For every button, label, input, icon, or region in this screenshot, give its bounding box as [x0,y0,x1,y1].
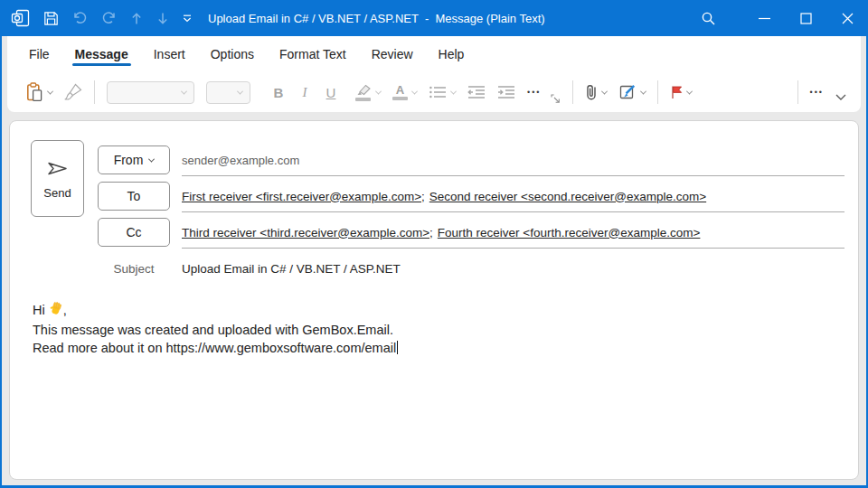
text-highlight-button [354,84,381,101]
move-up-icon [130,12,143,25]
from-value[interactable]: sender@example.com [182,145,844,174]
recipient-link[interactable]: Second receiver <second.receiver@example… [429,190,706,203]
customize-quick-access-icon[interactable] [183,14,192,23]
collapse-ribbon-icon[interactable] [835,89,846,105]
recipient-link[interactable]: Third receiver <third.receiver@example.c… [182,226,429,239]
follow-up-flag-button[interactable] [670,85,692,99]
bold-button: B [271,85,286,100]
tab-file[interactable]: File [20,38,59,70]
decrease-indent-button [467,85,486,99]
signature-button[interactable] [618,83,646,101]
send-plane-icon [45,158,70,179]
paste-button[interactable] [25,82,52,102]
highlighter-icon [354,84,372,96]
send-button[interactable]: Send [31,140,84,217]
field-divider [182,248,844,249]
chevron-down-icon [148,155,155,162]
text-caret [397,341,398,354]
search-icon[interactable] [687,0,729,36]
window-title: Upload Email in C# / VB.NET / ASP.NET - … [208,12,545,25]
field-divider [182,211,844,212]
cc-button[interactable]: Cc [98,218,170,247]
cc-value[interactable]: Third receiver <third.receiver@example.c… [182,218,844,247]
waving-hand-icon [49,305,63,319]
italic-button: I [297,85,312,100]
outlook-app-icon [11,9,30,27]
dialog-launcher-icon[interactable] [551,91,561,108]
increase-indent-icon [497,85,515,99]
decrease-indent-icon [467,85,486,99]
increase-indent-button [497,85,515,99]
chevron-down-icon [375,88,382,94]
redo-icon [101,11,117,25]
quick-access-toolbar [11,9,192,27]
tab-help[interactable]: Help [429,38,474,70]
ribbon-commands: B I U A [7,72,861,112]
tab-review[interactable]: Review [363,38,422,70]
font-name-select [107,81,194,104]
font-color-button: A [392,85,417,100]
ribbon-separator [797,80,798,104]
chevron-down-icon [411,88,418,94]
ribbon-tabs: File Message Insert Options Format Text … [7,36,861,72]
chevron-down-icon[interactable] [640,88,646,94]
window-content: File Message Insert Options Format Text … [2,36,866,485]
maximize-button[interactable] [785,0,826,36]
ribbon-separator [572,80,573,104]
ribbon-area: File Message Insert Options Format Text … [7,36,861,112]
undo-icon [72,11,88,25]
chevron-down-icon [237,88,243,94]
font-size-select [206,81,250,104]
ribbon-separator [657,80,658,104]
save-icon[interactable] [43,11,59,26]
body-line-greeting: Hi , [33,301,840,321]
message-body[interactable]: Hi , This message was created and upload… [33,301,840,357]
move-down-icon [156,12,169,25]
title-bar: Upload Email in C# / VB.NET / ASP.NET - … [0,0,868,36]
field-divider [182,175,844,176]
bullets-button [429,85,456,99]
paste-dropdown-icon[interactable] [47,88,53,94]
close-button[interactable] [826,0,868,36]
message-panel: Send From sender@example.com To First re… [9,120,859,480]
tab-format-text[interactable]: Format Text [270,38,355,70]
outlook-message-window: Upload Email in C# / VB.NET / ASP.NET - … [0,0,868,488]
body-line-3: Read more about it on https://www.gembox… [33,339,840,357]
paperclip-icon [585,83,598,102]
chevron-down-icon[interactable] [686,88,693,94]
ribbon-separator [94,80,95,104]
more-commands-button[interactable]: ••• [810,88,824,97]
chevron-down-icon [450,88,457,94]
minimize-button[interactable] [743,0,785,36]
tab-options[interactable]: Options [202,38,263,70]
more-formatting-button[interactable]: ••• [527,88,541,97]
to-button[interactable]: To [98,182,170,211]
recipient-link[interactable]: Fourth receiver <fourth.receiver@example… [438,226,701,239]
to-value[interactable]: First receiver <first.receiver@example.c… [182,182,844,211]
subject-value[interactable]: Upload Email in C# / VB.NET / ASP.NET [182,254,844,283]
from-button[interactable]: From [98,145,170,174]
window-controls [687,0,868,36]
format-painter-button [64,83,82,101]
chevron-down-icon [181,88,187,94]
bullet-list-icon [429,85,447,99]
chevron-down-icon[interactable] [601,88,608,94]
recipient-link[interactable]: First receiver <first.receiver@example.c… [182,190,421,203]
format-painter-icon [64,83,82,101]
flag-icon [670,85,683,99]
tab-message[interactable]: Message [66,38,137,70]
signature-icon [618,83,637,101]
underline-button: U [324,85,338,100]
body-line-2: This message was created and uploaded wi… [33,321,840,339]
attach-file-button[interactable] [585,83,607,102]
subject-label: Subject [98,254,170,283]
tab-insert[interactable]: Insert [145,38,194,70]
